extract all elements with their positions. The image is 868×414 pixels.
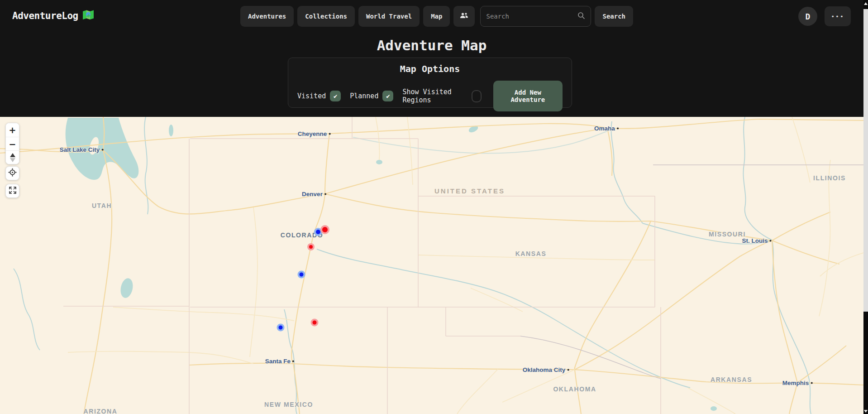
toggle-show-visited-regions-label: Show Visited Regions <box>402 88 467 104</box>
visited-marker[interactable] <box>311 319 319 327</box>
app-title: AdventureLog <box>12 10 78 21</box>
visited-marker[interactable] <box>307 243 315 250</box>
nav-adventures-button[interactable]: Adventures <box>240 6 294 27</box>
toggle-planned: Planned <box>350 91 393 101</box>
page-scrollbar[interactable] <box>863 0 868 414</box>
search-field-wrap <box>480 6 591 27</box>
zoom-in-button[interactable]: + <box>6 123 19 137</box>
map-options-card: Map Options Visited Planned Show Visited… <box>288 58 572 108</box>
fullscreen-button[interactable] <box>5 184 19 198</box>
add-new-adventure-button[interactable]: Add New Adventure <box>493 81 563 111</box>
map-tiles <box>0 117 863 414</box>
show-visited-regions-checkbox[interactable] <box>472 90 482 102</box>
search-input[interactable] <box>486 13 577 20</box>
user-avatar[interactable]: D <box>798 7 817 26</box>
locate-icon <box>8 168 17 178</box>
map-canvas[interactable]: UNITED STATES UTAHCOLORADOKANSASMISSOURI… <box>0 117 863 414</box>
planned-checkbox[interactable] <box>382 91 393 101</box>
compass-button[interactable] <box>6 150 19 164</box>
shared-users-button[interactable] <box>453 6 475 27</box>
nav-map-button[interactable]: Map <box>423 6 450 27</box>
users-icon <box>460 12 468 20</box>
map-zoom-controls: + − <box>5 123 19 164</box>
scrollbar-thumb[interactable] <box>863 9 868 312</box>
planned-marker[interactable] <box>298 271 305 279</box>
fullscreen-icon <box>9 186 17 196</box>
nav-world-travel-button[interactable]: World Travel <box>358 6 420 27</box>
visited-checkbox[interactable] <box>330 91 341 101</box>
page-title: Adventure Map <box>0 37 863 53</box>
zoom-out-button[interactable]: − <box>6 137 19 150</box>
search-button[interactable]: Search <box>595 6 633 27</box>
scrollbar-down-arrow[interactable] <box>864 410 868 413</box>
overflow-menu-button[interactable]: ••• <box>825 6 851 26</box>
nav-collections-button[interactable]: Collections <box>297 6 355 27</box>
compass-icon <box>10 153 15 162</box>
navbar: AdventureLog Adventures Collections Worl… <box>0 0 863 33</box>
search-icon <box>577 12 585 21</box>
scrollbar-up-arrow[interactable] <box>864 2 868 5</box>
toggle-visited-label: Visited <box>297 92 326 100</box>
navbar-right: D ••• <box>798 6 851 26</box>
app-logo[interactable]: AdventureLog <box>12 10 94 22</box>
map-options-title: Map Options <box>297 63 563 74</box>
toggle-planned-label: Planned <box>350 92 378 100</box>
toggle-show-visited-regions: Show Visited Regions <box>402 88 481 104</box>
planned-marker[interactable] <box>277 324 285 332</box>
map-emoji-icon <box>82 10 94 22</box>
map-options-row: Visited Planned Show Visited Regions Add… <box>297 81 563 111</box>
visited-marker[interactable] <box>320 225 329 234</box>
primary-nav: Adventures Collections World Travel Map <box>240 6 633 27</box>
locate-button[interactable] <box>5 166 19 180</box>
toggle-visited: Visited <box>297 91 341 101</box>
